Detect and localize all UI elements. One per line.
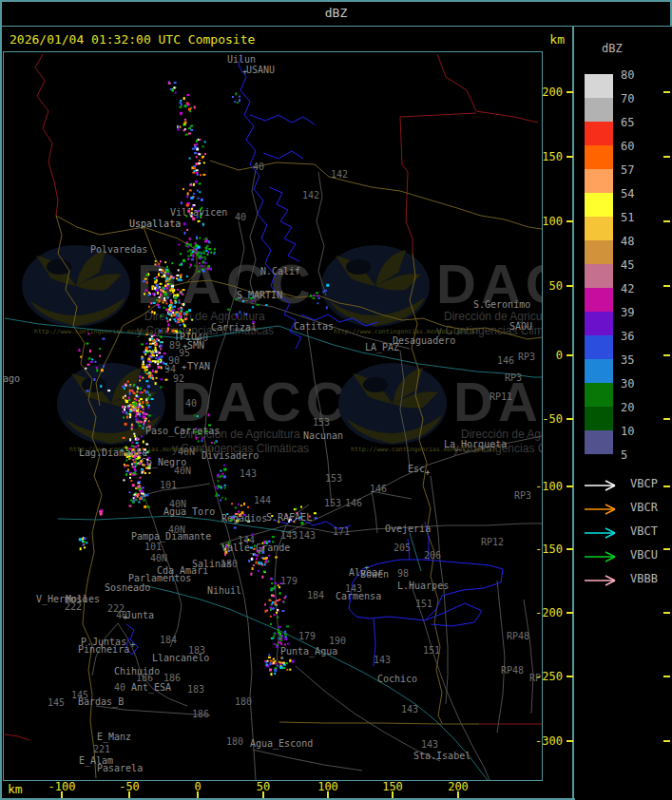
border-top	[0, 0, 672, 2]
map-label: Catitas	[294, 322, 334, 332]
map-label: 153	[324, 499, 341, 508]
legend-color-block	[585, 264, 613, 288]
station-marker: +	[130, 640, 135, 649]
x-tick	[197, 791, 199, 798]
map-labels: UilunUSANUVillavicenUspallataPolvaredasN…	[4, 52, 542, 780]
legend-color-block	[585, 74, 613, 98]
x-tick	[392, 791, 394, 798]
map-label: S.RAFAEL	[266, 513, 312, 523]
map-label: Regadios	[221, 514, 267, 524]
y-tick-label: 150	[523, 151, 563, 162]
map-label: Uilun	[227, 55, 256, 65]
station-marker: +	[242, 67, 247, 76]
x-tick	[262, 791, 264, 798]
map-label: La_Horqueta	[444, 440, 507, 449]
map-label: Uspallata	[129, 219, 181, 229]
map-label: 180	[235, 697, 252, 707]
y-tick	[566, 220, 573, 222]
radar-composite-app: dBZ 2026/01/04 01:32:00 UTC Composite km…	[0, 0, 672, 800]
y-tick	[566, 740, 573, 742]
map-label: 190	[329, 637, 346, 646]
map-label: Pasarela	[97, 764, 143, 773]
map-label: 206	[424, 551, 441, 561]
map-label: 179	[298, 632, 316, 641]
map-label: Desaguadero	[393, 336, 455, 346]
map-label: Valle_Grande	[221, 543, 290, 553]
legend-tick-label: 35	[621, 354, 634, 366]
station-marker: +	[425, 468, 430, 477]
map-label: 143	[345, 584, 362, 594]
map-label: 40	[253, 162, 264, 172]
map-label: E_Manz	[97, 733, 131, 742]
y-tick-label: -200	[523, 607, 563, 619]
map-label: Bardas_B	[78, 697, 124, 707]
map-label: 145	[48, 698, 65, 708]
map-label: 222	[65, 602, 82, 612]
y-tick	[566, 91, 573, 93]
vector-label: VBCU	[630, 549, 658, 562]
map-label: 151	[423, 646, 440, 656]
map-label: 153	[313, 418, 330, 428]
map-label: Lag.Diamante	[79, 448, 147, 458]
map-label: TYAN	[187, 362, 210, 371]
vector-label: VBCP	[630, 478, 658, 490]
legend-edge-tick	[663, 156, 670, 158]
map-label: Nacunan	[303, 431, 343, 441]
legend-edge-tick	[663, 612, 670, 614]
map-label: 144	[254, 496, 271, 505]
station-marker: +	[182, 342, 187, 351]
map-label: RP48	[507, 632, 529, 641]
legend-tick-label: 80	[621, 69, 634, 81]
y-tick	[566, 548, 573, 550]
x-tick	[327, 791, 329, 798]
legend-edge-tick	[663, 354, 670, 356]
map-label: 142	[331, 170, 348, 180]
vector-label: VBCT	[630, 525, 658, 538]
map-label: RP48	[501, 666, 524, 676]
map-label: Agua_Escond	[250, 739, 313, 749]
y-tick	[566, 486, 573, 487]
legend-color-block	[585, 359, 613, 383]
map-label: 153	[325, 474, 342, 484]
map-label: Cochico	[377, 675, 417, 684]
map-label: SAOU	[509, 322, 532, 332]
map-label: 180	[226, 737, 243, 747]
legend-color-block	[585, 122, 613, 145]
map-label: RP12	[481, 538, 504, 547]
map-label: N.Calif	[260, 267, 300, 276]
station-marker: +	[364, 563, 369, 572]
map-label: 143	[280, 531, 298, 541]
map-label: 151	[415, 600, 432, 609]
radar-map[interactable]: DACCDirección de Agriculturay Contingenc…	[3, 51, 543, 781]
legend-color-block	[585, 169, 613, 193]
y-tick-label: -50	[523, 413, 563, 425]
map-label: 205	[394, 543, 411, 553]
y-tick	[566, 285, 573, 287]
vector-legend-row: VBCT	[583, 525, 626, 539]
legend-edge-tick	[663, 486, 670, 487]
map-label: 40N	[150, 554, 167, 563]
vector-legend-row: VBCR	[583, 502, 626, 515]
map-label: 143	[421, 740, 438, 750]
map-label: RP3	[505, 373, 522, 383]
legend-tick-label: 10	[621, 426, 634, 437]
map-label: S_MARTIN	[237, 291, 282, 300]
station-marker: +	[123, 613, 127, 621]
timestamp: 2026/01/04 01:32:00 UTC Composite	[10, 32, 255, 47]
y-tick-label: -150	[523, 543, 563, 555]
map-label: RP3	[514, 491, 531, 501]
map-label: 101	[144, 543, 162, 552]
map-label: 143	[240, 469, 257, 479]
map-label: 101	[160, 481, 177, 490]
map-label: Carrizal	[211, 323, 257, 333]
map-label: USANU	[246, 66, 275, 75]
map-label: Llancanelo	[152, 654, 209, 663]
map-label: Nihuil	[207, 586, 241, 596]
y-tick	[566, 612, 573, 614]
map-label: 146	[345, 499, 362, 508]
border-left	[0, 0, 2, 800]
y-tick-label: -300	[523, 735, 563, 747]
legend-edge-tick	[663, 285, 670, 287]
map-label: RP11	[490, 392, 512, 402]
map-label: 98	[397, 569, 409, 579]
